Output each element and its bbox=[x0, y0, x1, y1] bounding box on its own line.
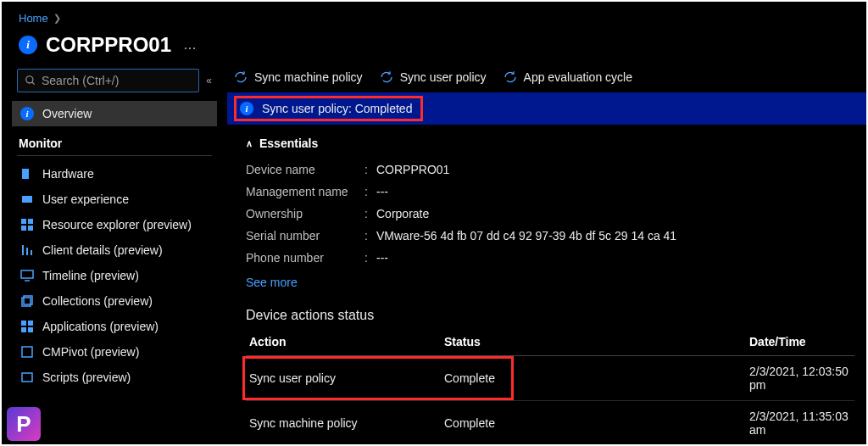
see-more-link[interactable]: See more bbox=[246, 269, 298, 289]
essentials-label: Essentials bbox=[259, 137, 318, 150]
app-evaluation-cycle-button[interactable]: App evaluation cycle bbox=[504, 70, 632, 84]
essentials-key: Device name bbox=[246, 163, 364, 176]
sidebar-item-resource-explorer[interactable]: Resource explorer (preview) bbox=[12, 212, 217, 237]
refresh-icon bbox=[234, 70, 248, 84]
svg-point-0 bbox=[26, 76, 33, 83]
collections-icon bbox=[20, 294, 34, 308]
command-bar: Sync machine policy Sync user policy App… bbox=[227, 69, 866, 92]
essentials-key: Ownership bbox=[246, 207, 364, 220]
device-actions-title: Device actions status bbox=[246, 289, 854, 330]
sidebar-item-scripts[interactable]: Scripts (preview) bbox=[12, 365, 217, 390]
table-row[interactable]: Sync user policy Complete 2/3/2021, 12:0… bbox=[246, 356, 854, 401]
svg-rect-6 bbox=[21, 226, 26, 231]
sidebar-item-label: CMPivot (preview) bbox=[42, 345, 139, 359]
main-panel: Sync machine policy Sync user policy App… bbox=[219, 69, 866, 435]
scripts-icon bbox=[20, 371, 34, 384]
monitor-icon bbox=[20, 269, 34, 282]
essentials-toggle[interactable]: ∧ Essentials bbox=[246, 137, 854, 150]
essentials-value: VMware-56 4d fb 07 dd c4 92 97-39 4b df … bbox=[376, 229, 676, 243]
svg-rect-19 bbox=[22, 347, 32, 357]
essentials-value: CORPPRO01 bbox=[376, 163, 449, 176]
table-header-datetime[interactable]: Date/Time bbox=[746, 330, 854, 356]
refresh-icon bbox=[504, 70, 517, 84]
sidebar-item-applications[interactable]: Applications (preview) bbox=[12, 314, 217, 339]
svg-rect-20 bbox=[22, 373, 32, 382]
sidebar-item-collections[interactable]: Collections (preview) bbox=[12, 288, 217, 314]
chevron-up-icon: ∧ bbox=[246, 138, 253, 149]
collapse-sidebar-button[interactable]: « bbox=[206, 75, 212, 86]
cmpivot-icon bbox=[20, 345, 34, 359]
svg-line-1 bbox=[32, 82, 35, 85]
device-actions-table: Action Status Date/Time Sync user policy… bbox=[246, 330, 854, 435]
info-icon: i bbox=[20, 107, 34, 120]
essentials-key: Management name bbox=[246, 185, 364, 198]
sidebar-item-label: Applications (preview) bbox=[42, 320, 159, 333]
sidebar-item-user-experience[interactable]: User experience bbox=[12, 187, 217, 212]
sidebar-item-label: Overview bbox=[42, 107, 92, 120]
svg-rect-7 bbox=[28, 226, 33, 231]
table-header-action[interactable]: Action bbox=[246, 330, 441, 356]
sidebar-item-label: Client details (preview) bbox=[42, 243, 163, 257]
essentials-row: Device name: CORPPRO01 bbox=[246, 159, 854, 181]
breadcrumb-home[interactable]: Home bbox=[19, 12, 48, 25]
sync-machine-policy-button[interactable]: Sync machine policy bbox=[234, 70, 363, 84]
essentials-row: Serial number: VMware-56 4d fb 07 dd c4 … bbox=[246, 225, 854, 247]
sidebar-item-overview[interactable]: i Overview bbox=[12, 101, 217, 126]
table-row[interactable]: Sync machine policy Complete 2/3/2021, 1… bbox=[246, 401, 854, 436]
essentials-row: Ownership: Corporate bbox=[246, 203, 854, 225]
svg-rect-15 bbox=[21, 321, 26, 326]
cell-status: Complete bbox=[441, 356, 746, 401]
more-actions-button[interactable]: … bbox=[180, 37, 198, 53]
sidebar-item-label: User experience bbox=[42, 192, 129, 206]
search-placeholder: Search (Ctrl+/) bbox=[42, 74, 119, 87]
essentials-value: --- bbox=[376, 185, 388, 198]
search-icon bbox=[25, 75, 36, 86]
svg-rect-11 bbox=[21, 270, 33, 278]
svg-rect-10 bbox=[31, 250, 32, 255]
notification-text: Sync user policy: Completed bbox=[262, 102, 412, 115]
sidebar-item-cmpivot[interactable]: CMPivot (preview) bbox=[12, 339, 217, 365]
info-icon: i bbox=[19, 36, 37, 54]
cell-status: Complete bbox=[441, 401, 746, 436]
brand-logo: P bbox=[7, 407, 41, 441]
sync-user-policy-button[interactable]: Sync user policy bbox=[380, 70, 487, 84]
button-label: App evaluation cycle bbox=[524, 70, 632, 84]
essentials-value: Corporate bbox=[376, 207, 429, 220]
essentials-value: --- bbox=[376, 251, 388, 265]
svg-rect-2 bbox=[22, 169, 29, 179]
essentials-key: Serial number bbox=[246, 229, 364, 243]
chevron-right-icon: ❯ bbox=[53, 13, 61, 24]
cell-datetime: 2/3/2021, 12:03:50 pm bbox=[746, 356, 854, 401]
svg-rect-9 bbox=[26, 248, 28, 255]
svg-rect-18 bbox=[28, 327, 33, 332]
page-title: CORPPRO01 bbox=[46, 33, 171, 57]
svg-rect-5 bbox=[28, 219, 33, 224]
sidebar: Search (Ctrl+/) « i Overview Monitor Har… bbox=[2, 69, 219, 435]
sidebar-item-client-details[interactable]: Client details (preview) bbox=[12, 237, 217, 263]
notification-bar: i Sync user policy: Completed bbox=[227, 92, 866, 125]
search-input[interactable]: Search (Ctrl+/) bbox=[17, 69, 199, 92]
table-header-status[interactable]: Status bbox=[441, 330, 746, 356]
svg-rect-16 bbox=[28, 321, 33, 326]
cell-datetime: 2/3/2021, 11:35:03 am bbox=[746, 401, 854, 436]
bars-icon bbox=[20, 243, 34, 257]
hardware-icon bbox=[20, 167, 34, 181]
svg-rect-3 bbox=[22, 196, 32, 203]
sidebar-item-hardware[interactable]: Hardware bbox=[12, 161, 217, 187]
sidebar-item-label: Hardware bbox=[42, 167, 94, 181]
sidebar-item-label: Timeline (preview) bbox=[42, 269, 139, 282]
button-label: Sync user policy bbox=[400, 70, 487, 84]
sidebar-item-label: Resource explorer (preview) bbox=[42, 218, 192, 231]
page-title-row: i CORPPRO01 … bbox=[2, 28, 866, 69]
apps-icon bbox=[20, 320, 34, 333]
info-icon: i bbox=[240, 102, 253, 115]
svg-rect-4 bbox=[21, 219, 26, 224]
breadcrumb: Home ❯ bbox=[2, 2, 866, 28]
refresh-icon bbox=[380, 70, 393, 84]
sidebar-section-monitor: Monitor bbox=[17, 126, 212, 156]
essentials-row: Management name: --- bbox=[246, 181, 854, 203]
svg-rect-17 bbox=[21, 327, 26, 332]
sidebar-item-timeline[interactable]: Timeline (preview) bbox=[12, 263, 217, 288]
sidebar-item-label: Collections (preview) bbox=[42, 294, 153, 308]
svg-rect-8 bbox=[22, 245, 24, 255]
